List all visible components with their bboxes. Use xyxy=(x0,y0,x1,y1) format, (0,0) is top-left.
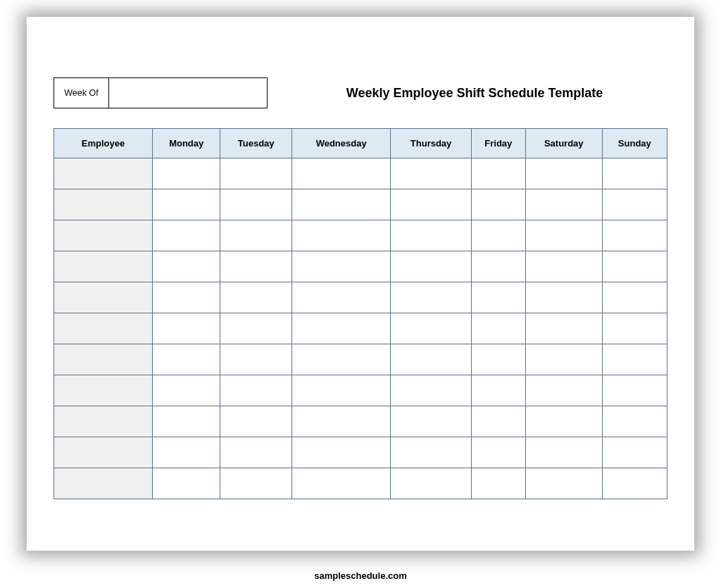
shift-cell xyxy=(153,158,220,189)
shift-cell xyxy=(391,282,471,313)
shift-cell xyxy=(525,437,602,468)
shift-cell xyxy=(525,406,602,437)
shift-cell xyxy=(471,282,525,313)
col-monday: Monday xyxy=(153,129,220,158)
shift-cell xyxy=(291,406,390,437)
shift-cell xyxy=(220,406,292,437)
shift-cell xyxy=(153,282,220,313)
shift-cell xyxy=(291,468,390,499)
shift-cell xyxy=(391,468,471,499)
employee-cell xyxy=(54,468,153,499)
document-title: Weekly Employee Shift Schedule Template xyxy=(268,86,667,101)
shift-cell xyxy=(220,313,292,344)
shift-cell xyxy=(291,313,390,344)
shift-cell xyxy=(220,220,292,251)
shift-cell xyxy=(602,468,667,499)
week-of-value xyxy=(109,78,267,108)
employee-cell xyxy=(54,220,153,251)
col-sunday: Sunday xyxy=(602,129,667,158)
shift-cell xyxy=(153,344,220,375)
employee-cell xyxy=(54,437,153,468)
shift-cell xyxy=(391,251,471,282)
shift-cell xyxy=(391,158,471,189)
shift-cell xyxy=(471,375,525,406)
employee-cell xyxy=(54,158,153,189)
shift-cell xyxy=(471,313,525,344)
shift-cell xyxy=(291,189,390,220)
table-row xyxy=(54,313,667,344)
shift-cell xyxy=(220,189,292,220)
shift-cell xyxy=(291,220,390,251)
table-row xyxy=(54,406,667,437)
shift-cell xyxy=(525,344,602,375)
table-row xyxy=(54,251,667,282)
shift-cell xyxy=(525,158,602,189)
shift-cell xyxy=(391,220,471,251)
shift-cell xyxy=(153,251,220,282)
shift-cell xyxy=(220,282,292,313)
table-row xyxy=(54,468,667,499)
table-row xyxy=(54,158,667,189)
shift-cell xyxy=(602,406,667,437)
shift-cell xyxy=(153,189,220,220)
shift-cell xyxy=(153,468,220,499)
shift-cell xyxy=(602,282,667,313)
col-friday: Friday xyxy=(471,129,525,158)
shift-cell xyxy=(471,344,525,375)
col-employee: Employee xyxy=(54,129,153,158)
shift-cell xyxy=(291,251,390,282)
shift-cell xyxy=(220,158,292,189)
document-page: Week Of Weekly Employee Shift Schedule T… xyxy=(27,17,694,551)
shift-cell xyxy=(220,468,292,499)
shift-cell xyxy=(471,251,525,282)
col-wednesday: Wednesday xyxy=(291,129,390,158)
shift-cell xyxy=(153,406,220,437)
shift-cell xyxy=(291,375,390,406)
shift-cell xyxy=(525,189,602,220)
employee-cell xyxy=(54,313,153,344)
employee-cell xyxy=(54,375,153,406)
shift-cell xyxy=(602,437,667,468)
shift-cell xyxy=(525,282,602,313)
footer-attribution: sampleschedule.com xyxy=(0,570,721,581)
table-row xyxy=(54,344,667,375)
shift-cell xyxy=(391,375,471,406)
shift-cell xyxy=(525,375,602,406)
shift-cell xyxy=(471,406,525,437)
shift-cell xyxy=(391,313,471,344)
shift-cell xyxy=(471,437,525,468)
shift-cell xyxy=(602,344,667,375)
shift-cell xyxy=(153,375,220,406)
employee-cell xyxy=(54,251,153,282)
shift-cell xyxy=(220,375,292,406)
schedule-table: Employee Monday Tuesday Wednesday Thursd… xyxy=(54,128,667,499)
shift-cell xyxy=(220,437,292,468)
shift-cell xyxy=(602,189,667,220)
shift-cell xyxy=(220,344,292,375)
col-thursday: Thursday xyxy=(391,129,471,158)
shift-cell xyxy=(153,313,220,344)
shift-cell xyxy=(471,468,525,499)
shift-cell xyxy=(602,220,667,251)
week-of-box: Week Of xyxy=(54,77,268,108)
shift-cell xyxy=(602,375,667,406)
shift-cell xyxy=(602,313,667,344)
table-header-row: Employee Monday Tuesday Wednesday Thursd… xyxy=(54,129,667,158)
table-row xyxy=(54,437,667,468)
shift-cell xyxy=(602,251,667,282)
shift-cell xyxy=(525,313,602,344)
shift-cell xyxy=(391,344,471,375)
header-row: Week Of Weekly Employee Shift Schedule T… xyxy=(54,77,667,108)
employee-cell xyxy=(54,344,153,375)
shift-cell xyxy=(291,437,390,468)
shift-cell xyxy=(471,220,525,251)
shift-cell xyxy=(602,158,667,189)
col-tuesday: Tuesday xyxy=(220,129,292,158)
shift-cell xyxy=(291,158,390,189)
shift-cell xyxy=(391,189,471,220)
shift-cell xyxy=(153,437,220,468)
shift-cell xyxy=(525,468,602,499)
shift-cell xyxy=(391,437,471,468)
shift-cell xyxy=(471,189,525,220)
col-saturday: Saturday xyxy=(525,129,602,158)
